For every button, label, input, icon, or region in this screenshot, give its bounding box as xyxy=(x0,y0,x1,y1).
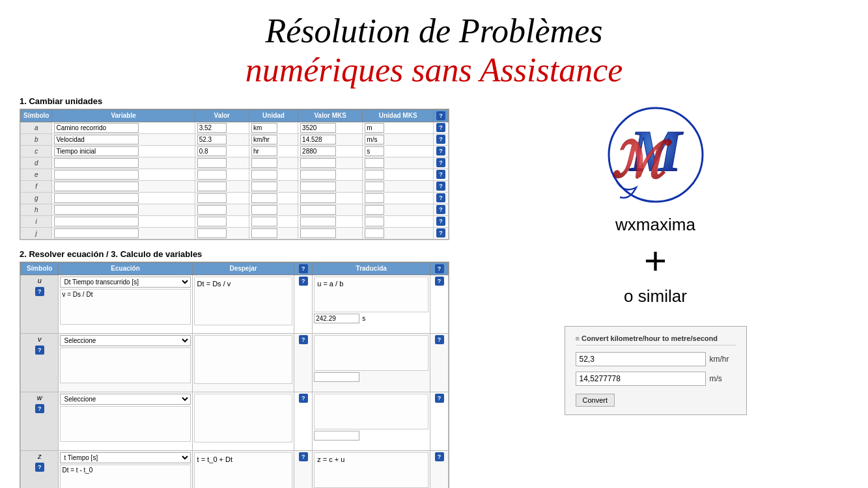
eq-help-btn[interactable]: ? xyxy=(35,404,44,413)
mks-input[interactable] xyxy=(300,158,336,168)
valor-input[interactable] xyxy=(197,123,227,133)
eq-despejar-help-btn[interactable]: ? xyxy=(299,452,308,461)
mks-input[interactable] xyxy=(300,217,336,226)
s2-header-help2-btn[interactable]: ? xyxy=(435,264,444,273)
eq-help-btn[interactable]: ? xyxy=(35,287,44,296)
row-help-btn[interactable]: ? xyxy=(436,205,445,214)
convert-button[interactable]: Convert xyxy=(576,394,615,407)
eq-help-btn[interactable]: ? xyxy=(35,463,44,472)
valor-input[interactable] xyxy=(197,193,227,203)
variable-input[interactable] xyxy=(54,158,139,168)
mks-input[interactable] xyxy=(300,123,336,133)
mks-unit-input[interactable] xyxy=(365,193,384,203)
eq-select[interactable]: Seleccione xyxy=(60,335,190,346)
section2-table-wrapper: Símbolo Ecuación Despejar ? Traducida ? xyxy=(20,262,449,488)
mks-unit-cell xyxy=(363,215,434,227)
mks-unit-input[interactable] xyxy=(365,228,384,238)
converter-input1[interactable] xyxy=(576,352,706,366)
row-help-btn[interactable]: ? xyxy=(436,193,445,202)
s2-col-despejar: Despejar xyxy=(192,262,294,275)
valor-input[interactable] xyxy=(197,170,227,180)
unidad-input[interactable] xyxy=(251,228,277,238)
row-help-btn[interactable]: ? xyxy=(436,123,445,132)
valor-input[interactable] xyxy=(197,217,227,226)
result-input[interactable] xyxy=(314,314,359,323)
result-input[interactable] xyxy=(314,372,359,382)
header-help-btn[interactable]: ? xyxy=(436,111,445,120)
mks-unit-input[interactable] xyxy=(365,182,384,191)
result-input[interactable] xyxy=(314,431,359,441)
eq-despejar-help-btn[interactable]: ? xyxy=(299,277,308,286)
eq-help-cell1: ? xyxy=(294,450,313,488)
eq-select[interactable]: Seleccione xyxy=(60,394,190,405)
variable-input[interactable] xyxy=(54,123,139,133)
variable-input[interactable] xyxy=(54,193,139,203)
eq-traducida-cell xyxy=(313,333,430,392)
row-help-btn[interactable]: ? xyxy=(436,182,445,191)
row-help-btn[interactable]: ? xyxy=(436,170,445,179)
unidad-cell xyxy=(249,192,298,204)
mks-unit-input[interactable] xyxy=(365,123,384,133)
row-help-btn[interactable]: ? xyxy=(436,217,445,226)
converter-input2[interactable] xyxy=(576,372,706,386)
variable-input[interactable] xyxy=(54,135,139,144)
mks-unit-input[interactable] xyxy=(365,205,384,215)
eq-despejar-help-btn[interactable]: ? xyxy=(299,394,308,403)
eq-traducida-help-btn[interactable]: ? xyxy=(435,335,444,344)
symbol-cell: a xyxy=(21,122,52,133)
eq-traducida-help-btn[interactable]: ? xyxy=(435,394,444,403)
unidad-input[interactable] xyxy=(251,193,277,203)
variable-input[interactable] xyxy=(54,228,139,238)
mks-unit-input[interactable] xyxy=(365,217,384,226)
unidad-input[interactable] xyxy=(251,217,277,226)
variable-input[interactable] xyxy=(54,205,139,215)
variable-cell xyxy=(52,215,195,227)
valor-input[interactable] xyxy=(197,228,227,238)
mks-input[interactable] xyxy=(300,146,336,156)
valor-input[interactable] xyxy=(197,205,227,215)
mks-input[interactable] xyxy=(300,228,336,238)
eq-traducida-help-btn[interactable]: ? xyxy=(435,452,444,461)
eq-despejar-help-btn[interactable]: ? xyxy=(299,335,308,344)
unidad-input[interactable] xyxy=(251,182,277,191)
variable-input[interactable] xyxy=(54,182,139,191)
mks-unit-input[interactable] xyxy=(365,146,384,156)
valor-input[interactable] xyxy=(197,158,227,168)
unidad-input[interactable] xyxy=(251,146,277,156)
section1-table-wrapper: Símbolo Variable Valor Unidad Valor MKS … xyxy=(20,109,449,240)
eq-help-btn[interactable]: ? xyxy=(35,346,44,355)
symbol-cell: e xyxy=(21,169,52,180)
mks-input[interactable] xyxy=(300,205,336,215)
row-help-btn[interactable]: ? xyxy=(436,228,445,237)
symbol-cell: g xyxy=(21,192,52,204)
mks-unit-input[interactable] xyxy=(365,170,384,180)
mks-input[interactable] xyxy=(300,193,336,203)
unidad-input[interactable] xyxy=(251,205,277,215)
mks-unit-input[interactable] xyxy=(365,135,384,144)
valor-input[interactable] xyxy=(197,182,227,191)
mks-unit-input[interactable] xyxy=(365,158,384,168)
valor-input[interactable] xyxy=(197,135,227,144)
eq-ecuacion-cell: t Tiempo [s] Dt = t - t_0 xyxy=(59,450,192,488)
converter-unit2: m/s xyxy=(710,374,736,383)
variable-input[interactable] xyxy=(54,170,139,180)
unidad-input[interactable] xyxy=(251,135,277,144)
row-help-btn[interactable]: ? xyxy=(436,146,445,156)
row-help-btn[interactable]: ? xyxy=(436,135,445,144)
s2-header-help-btn[interactable]: ? xyxy=(299,264,308,273)
mks-input[interactable] xyxy=(300,170,336,180)
eq-select[interactable]: t Tiempo [s] xyxy=(60,452,190,463)
eq-select[interactable]: Dt Tiempo transcurrido [s] xyxy=(60,277,190,288)
mks-input[interactable] xyxy=(300,182,336,191)
eq-despejar-cell xyxy=(192,333,294,392)
unidad-input[interactable] xyxy=(251,123,277,133)
row-help-btn[interactable]: ? xyxy=(436,158,445,167)
valor-input[interactable] xyxy=(197,146,227,156)
unidad-input[interactable] xyxy=(251,170,277,180)
mks-input[interactable] xyxy=(300,135,336,144)
variable-input[interactable] xyxy=(54,217,139,226)
eq-traducida-help-btn[interactable]: ? xyxy=(435,277,444,286)
variable-input[interactable] xyxy=(54,146,139,156)
symbol-cell: d xyxy=(21,157,52,169)
unidad-input[interactable] xyxy=(251,158,277,168)
